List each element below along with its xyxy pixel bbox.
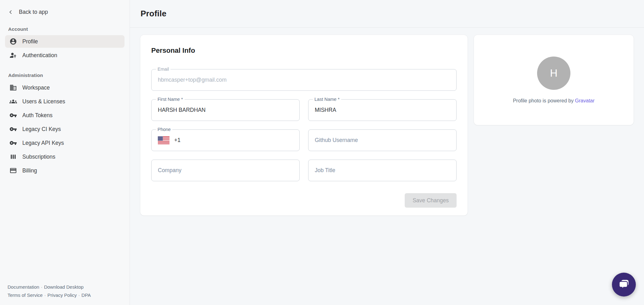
first-name-field: First Name * — [151, 99, 300, 121]
sidebar-item-profile[interactable]: Profile — [5, 35, 125, 48]
section-label-administration: Administration — [8, 73, 125, 78]
person-circle-icon — [9, 38, 17, 45]
page-title: Profile — [141, 9, 166, 19]
key-icon — [9, 112, 17, 119]
job-title-field — [308, 160, 457, 181]
back-to-app-label: Back to app — [19, 9, 48, 15]
sidebar-item-billing[interactable]: Billing — [5, 164, 125, 177]
phone-input[interactable] — [184, 137, 293, 144]
sidebar-item-authentication[interactable]: Authentication — [5, 49, 125, 62]
sidebar-nav: Account Profile Authentication Administr… — [0, 15, 130, 178]
key-icon — [9, 125, 17, 133]
avatar: H — [537, 57, 570, 90]
download-desktop-link[interactable]: Download Desktop — [44, 284, 84, 290]
sidebar-item-label: Subscriptions — [22, 154, 55, 160]
sidebar-item-users-licenses[interactable]: Users & Licenses — [5, 95, 125, 108]
dot-separator: · — [78, 292, 80, 298]
gravatar-caption: Profile photo is powered by Gravatar — [513, 98, 595, 104]
groups-icon — [9, 98, 17, 105]
us-flag-icon[interactable] — [158, 136, 169, 144]
sidebar-item-label: Billing — [22, 167, 37, 174]
sidebar-item-workspace[interactable]: Workspace — [5, 81, 125, 94]
footer-row-1: Documentation·Download Desktop — [8, 283, 126, 291]
sidebar-item-auth-tokens[interactable]: Auth Tokens — [5, 109, 125, 122]
sidebar-item-label: Authentication — [22, 52, 57, 59]
person-key-icon — [9, 52, 17, 59]
terms-of-service-link[interactable]: Terms of Service — [8, 292, 43, 298]
card-title: Personal Info — [151, 46, 457, 55]
company-job-row — [151, 160, 457, 181]
email-field: Email — [151, 69, 457, 91]
back-to-app-button[interactable]: Back to app — [0, 0, 130, 15]
name-row: First Name * Last Name * — [151, 99, 457, 121]
sidebar-item-subscriptions[interactable]: Subscriptions — [5, 150, 125, 163]
sidebar-item-legacy-ci-keys[interactable]: Legacy CI Keys — [5, 123, 125, 135]
bars-icon — [9, 153, 17, 161]
chat-widget-button[interactable] — [612, 273, 636, 297]
privacy-policy-link[interactable]: Privacy Policy — [47, 292, 77, 298]
sidebar-item-label: Workspace — [22, 84, 50, 91]
gravatar-card: H Profile photo is powered by Gravatar — [474, 35, 634, 125]
key-icon — [9, 139, 17, 147]
personal-info-card: Personal Info Email First Name * Last Na… — [140, 35, 468, 215]
gravatar-caption-text: Profile photo is powered by — [513, 98, 575, 103]
sidebar-item-label: Legacy API Keys — [22, 140, 64, 146]
sidebar: Back to app Account Profile Authenticati… — [0, 0, 130, 305]
form-actions: Save Changes — [151, 193, 457, 208]
email-field-label: Email — [156, 67, 170, 72]
email-input[interactable] — [158, 77, 450, 83]
content: Personal Info Email First Name * Last Na… — [130, 28, 644, 223]
dot-separator: · — [41, 284, 42, 290]
main-area: Profile Personal Info Email First Name *… — [130, 0, 644, 305]
job-title-input[interactable] — [315, 167, 450, 174]
sidebar-item-label: Profile — [22, 38, 38, 45]
chat-bubbles-icon — [617, 278, 630, 291]
sidebar-item-legacy-api-keys[interactable]: Legacy API Keys — [5, 137, 125, 149]
phone-github-row: Phone +1 — [151, 129, 457, 151]
credit-card-icon — [9, 167, 17, 174]
github-username-input[interactable] — [315, 137, 450, 144]
company-input[interactable] — [158, 167, 293, 174]
sidebar-item-label: Legacy CI Keys — [22, 126, 61, 133]
dial-code: +1 — [174, 137, 180, 144]
last-name-field-label: Last Name * — [313, 97, 341, 102]
company-field — [151, 160, 300, 181]
footer-row-2: Terms of Service·Privacy Policy·DPA — [8, 291, 126, 299]
dot-separator: · — [44, 292, 46, 298]
github-username-field — [308, 129, 457, 151]
last-name-field: Last Name * — [308, 99, 457, 121]
avatar-letter: H — [550, 67, 558, 79]
last-name-input[interactable] — [315, 107, 450, 113]
building-icon — [9, 84, 17, 91]
sidebar-item-label: Auth Tokens — [22, 112, 53, 119]
chevron-left-icon — [8, 9, 14, 15]
first-name-input[interactable] — [158, 107, 293, 113]
sidebar-item-label: Users & Licenses — [22, 98, 65, 105]
first-name-field-label: First Name * — [156, 97, 185, 102]
save-changes-button[interactable]: Save Changes — [405, 193, 457, 208]
phone-field: Phone +1 — [151, 129, 300, 151]
gravatar-link[interactable]: Gravatar — [575, 98, 595, 103]
phone-field-label: Phone — [156, 127, 172, 132]
dpa-link[interactable]: DPA — [81, 292, 91, 298]
documentation-link[interactable]: Documentation — [8, 284, 39, 290]
page-header: Profile — [130, 0, 644, 28]
sidebar-footer: Documentation·Download Desktop Terms of … — [0, 283, 130, 305]
sidebar-spacer — [0, 178, 130, 283]
section-label-account: Account — [8, 26, 125, 32]
